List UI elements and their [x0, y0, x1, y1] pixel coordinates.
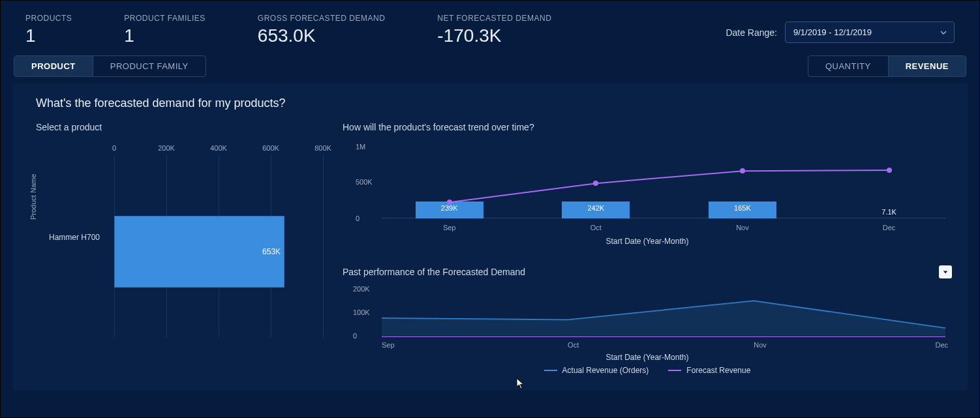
- x-tick: Dec: [935, 341, 948, 349]
- x-tick: 0: [112, 144, 116, 152]
- chevron-down-icon: [940, 29, 947, 37]
- x-tick: 800K: [314, 144, 331, 152]
- date-range-label: Date Range:: [726, 27, 777, 38]
- legend-label: Actual Revenue (Orders): [562, 366, 649, 375]
- hbar-chart[interactable]: Product Name Hammer H700 0 200K 400K 600…: [36, 142, 323, 337]
- forecast-line: [382, 145, 945, 218]
- y-tick: 200K: [353, 285, 370, 293]
- date-range-select[interactable]: 9/1/2019 - 12/1/2019: [785, 22, 955, 43]
- kpi-label: PRODUCTS: [25, 14, 72, 23]
- tab-row: PRODUCT PRODUCT FAMILY QUANTITY REVENUE: [12, 55, 968, 77]
- measure-segment: QUANTITY REVENUE: [808, 55, 966, 77]
- kpi-products: PRODUCTS 1: [25, 14, 72, 46]
- select-product-title: Select a product: [36, 122, 323, 132]
- product-bar-value: 653K: [262, 247, 281, 256]
- x-tick: Nov: [736, 224, 749, 231]
- line-point[interactable]: [740, 168, 745, 173]
- x-tick: Oct: [568, 341, 579, 349]
- line-point[interactable]: [593, 181, 598, 186]
- kpi-net-forecasted-demand: NET FORECASTED DEMAND -170.3K: [437, 14, 551, 46]
- kpi-label: NET FORECASTED DEMAND: [437, 14, 551, 23]
- x-tick: Oct: [590, 224, 602, 231]
- svg-marker-0: [943, 271, 947, 273]
- svg-marker-2: [382, 301, 945, 337]
- past-performance-block: Past performance of the Forecasted Deman…: [343, 265, 952, 375]
- kpi-value: 653.0K: [258, 25, 386, 46]
- date-range: Date Range: 9/1/2019 - 12/1/2019: [726, 14, 955, 43]
- kpi-row: PRODUCTS 1 PRODUCT FAMILIES 1 GROSS FORE…: [12, 8, 968, 55]
- trend-plot: 239K 242K 165K 7.1K: [382, 145, 945, 218]
- y-tick: 0: [356, 215, 360, 222]
- x-axis-label: Start Date (Year-Month): [343, 237, 952, 246]
- hbar-plot-area: 0 200K 400K 600K 800K 653K: [114, 157, 323, 337]
- main-panel: What's the forecasted demand for my prod…: [12, 83, 968, 390]
- x-axis-label: Start Date (Year-Month): [343, 353, 952, 362]
- kpi-product-families: PRODUCT FAMILIES 1: [124, 14, 205, 46]
- date-range-value: 9/1/2019 - 12/1/2019: [793, 27, 872, 37]
- chart-legend: Actual Revenue (Orders) Forecast Revenue: [343, 366, 952, 375]
- cursor-icon: [516, 378, 525, 389]
- legend-actual[interactable]: Actual Revenue (Orders): [544, 366, 649, 375]
- y-axis-label: Product Name: [29, 174, 37, 220]
- y-tick: 0: [353, 332, 357, 340]
- x-tick: Nov: [754, 341, 767, 349]
- legend-swatch-icon: [668, 370, 681, 371]
- y-tick: 500K: [356, 178, 373, 186]
- tab-product[interactable]: PRODUCT: [14, 56, 93, 76]
- x-tick: 200K: [158, 144, 175, 152]
- kpi-label: GROSS FORECASTED DEMAND: [258, 14, 386, 23]
- line-point[interactable]: [887, 168, 892, 173]
- kpi-value: 1: [25, 25, 72, 46]
- perf-plot: [382, 288, 945, 337]
- legend-label: Forecast Revenue: [686, 366, 750, 375]
- select-product-chart: Select a product Product Name Hammer H70…: [36, 122, 323, 337]
- x-tick: 600K: [262, 144, 279, 152]
- kpi-gross-forecasted-demand: GROSS FORECASTED DEMAND 653.0K: [258, 14, 386, 46]
- tab-revenue[interactable]: REVENUE: [888, 56, 966, 76]
- legend-forecast[interactable]: Forecast Revenue: [668, 366, 750, 375]
- product-name-label: Hammer H700: [49, 233, 100, 242]
- kpi-label: PRODUCT FAMILIES: [124, 14, 205, 23]
- y-tick: 100K: [353, 308, 370, 316]
- product-bar[interactable]: 653K: [114, 216, 284, 288]
- kpi-value: 1: [124, 25, 205, 46]
- x-tick: Dec: [883, 224, 896, 231]
- forecast-trend-chart[interactable]: 1M 500K 0 239K 242K 165K: [343, 142, 952, 246]
- x-tick: Sep: [443, 224, 456, 231]
- perf-title: Past performance of the Forecasted Deman…: [343, 267, 525, 277]
- chart-menu-button[interactable]: [939, 265, 952, 278]
- kpi-value: -170.3K: [437, 25, 551, 46]
- tab-quantity[interactable]: QUANTITY: [808, 56, 888, 76]
- x-tick: 400K: [210, 144, 227, 152]
- legend-swatch-icon: [544, 370, 557, 371]
- tab-product-family[interactable]: PRODUCT FAMILY: [93, 56, 206, 76]
- x-tick: Sep: [382, 341, 395, 349]
- past-performance-chart[interactable]: 200K 100K 0: [343, 284, 952, 362]
- line-point[interactable]: [447, 200, 452, 205]
- panel-title: What's the forecasted demand for my prod…: [36, 97, 952, 110]
- trend-title: How will the product's forecast trend ov…: [343, 122, 952, 132]
- y-tick: 1M: [356, 143, 365, 151]
- view-type-segment: PRODUCT PRODUCT FAMILY: [14, 55, 206, 77]
